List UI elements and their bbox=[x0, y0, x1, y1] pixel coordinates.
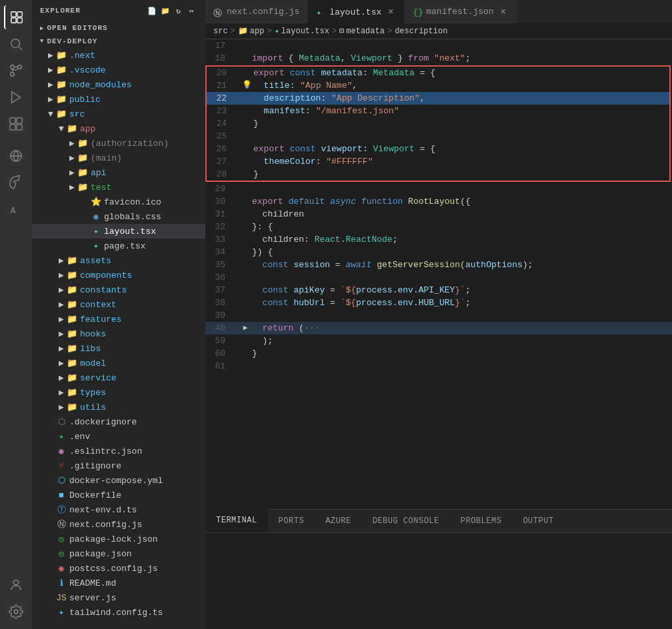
tree-item-app[interactable]: ▼ 📁 app bbox=[32, 121, 205, 136]
breadcrumb-layout-tsx[interactable]: ✦layout.tsx bbox=[275, 26, 329, 36]
tree-item-features[interactable]: ▶ 📁 features bbox=[32, 312, 205, 326]
run-debug-activity-icon[interactable] bbox=[4, 85, 28, 109]
tree-item-page-tsx[interactable]: ✦ page.tsx bbox=[32, 239, 205, 253]
svg-rect-0 bbox=[11, 12, 16, 17]
refresh-icon[interactable]: ↻ bbox=[173, 5, 184, 16]
svg-rect-13 bbox=[17, 125, 22, 130]
svg-point-16 bbox=[13, 580, 18, 585]
svg-rect-2 bbox=[11, 18, 16, 23]
tree-item-service[interactable]: ▶ 📁 service bbox=[32, 370, 205, 385]
terminal-tab-debug-console[interactable]: DEBUG CONSOLE bbox=[362, 509, 450, 532]
tab-manifest-json-label: manifest.json bbox=[426, 7, 493, 17]
new-file-icon[interactable]: 📄 bbox=[147, 5, 157, 16]
terminal-tab-terminal[interactable]: TERMINAL bbox=[205, 509, 268, 532]
search-activity-icon[interactable] bbox=[4, 32, 28, 56]
tree-item-assets[interactable]: ▶ 📁 assets bbox=[32, 253, 205, 268]
svg-rect-3 bbox=[17, 18, 22, 23]
settings-activity-icon[interactable] bbox=[4, 600, 28, 624]
sidebar-scroll[interactable]: ▶ OPEN EDITORS ▼ DEV-DEPLOY ▶ 📁 .next ▶ … bbox=[32, 21, 205, 629]
tree-item-next-env[interactable]: Ⓣ next-env.d.ts bbox=[32, 502, 205, 517]
extensions-activity-icon[interactable] bbox=[4, 112, 28, 136]
tree-item-dockerfile[interactable]: ■ Dockerfile bbox=[32, 488, 205, 502]
svg-point-4 bbox=[11, 39, 20, 48]
collapse-all-icon[interactable]: ↦ bbox=[187, 5, 197, 16]
tree-item-libs[interactable]: ▶ 📁 libs bbox=[32, 341, 205, 356]
tab-layout-tsx-label: layout.tsx bbox=[329, 7, 381, 17]
tree-item-model[interactable]: ▶ 📁 model bbox=[32, 356, 205, 370]
breadcrumb: src > 📁app > ✦layout.tsx > ⊡metadata > d… bbox=[205, 23, 672, 39]
manifest-json-close-btn[interactable]: × bbox=[498, 7, 509, 17]
terminal-content[interactable] bbox=[205, 533, 672, 629]
tree-item-env[interactable]: ✦ .env bbox=[32, 429, 205, 444]
tree-item-package-lock[interactable]: ◎ package-lock.json bbox=[32, 532, 205, 546]
tree-item-utils[interactable]: ▶ 📁 utils bbox=[32, 400, 205, 414]
code-line-23: 23 manifest: "/manifest.json" bbox=[207, 105, 669, 117]
dev-deploy-label: DEV-DEPLOY bbox=[47, 37, 97, 45]
tree-item-vscode[interactable]: ▶ 📁 .vscode bbox=[32, 63, 205, 77]
terminal-tab-ports[interactable]: PORTS bbox=[268, 509, 315, 532]
source-control-activity-icon[interactable] bbox=[4, 59, 28, 83]
leaf-activity-icon[interactable] bbox=[4, 171, 28, 195]
tab-layout-tsx[interactable]: ✦ layout.tsx × bbox=[308, 0, 405, 23]
tree-item-types[interactable]: ▶ 📁 types bbox=[32, 385, 205, 400]
code-line-20: 20 export const metadata: Metadata = { bbox=[207, 67, 669, 79]
tree-item-src[interactable]: ▼ 📁 src bbox=[32, 107, 205, 121]
breadcrumb-src[interactable]: src bbox=[213, 27, 228, 36]
breadcrumb-app[interactable]: 📁app bbox=[238, 26, 265, 36]
new-folder-icon[interactable]: 📁 bbox=[160, 5, 171, 16]
tree-item-hooks[interactable]: ▶ 📁 hooks bbox=[32, 326, 205, 341]
tree-item-postcss[interactable]: ◉ postcss.config.js bbox=[32, 561, 205, 576]
svg-point-7 bbox=[18, 65, 22, 69]
tree-item-dockerignore[interactable]: ⬡ .dockerignore bbox=[32, 414, 205, 429]
tree-item-eslintrc[interactable]: ◉ .eslintrc.json bbox=[32, 444, 205, 458]
code-line-24: 24 } bbox=[207, 117, 669, 130]
tree-item-docker-compose[interactable]: ⬡ docker-compose.yml bbox=[32, 473, 205, 488]
tree-item-gitignore[interactable]: ⑂ .gitignore bbox=[32, 458, 205, 473]
tree-item-public[interactable]: ▶ 📁 public bbox=[32, 92, 205, 107]
tree-item-readme[interactable]: ℹ README.md bbox=[32, 576, 205, 590]
layout-tsx-close-btn[interactable]: × bbox=[385, 7, 396, 17]
sidebar: EXPLORER 📄 📁 ↻ ↦ ▶ OPEN EDITORS ▼ DEV-DE… bbox=[32, 0, 205, 629]
tree-item-test[interactable]: ▶ 📁 test bbox=[32, 180, 205, 195]
tree-item-authorization[interactable]: ▶ 📁 (authorization) bbox=[32, 136, 205, 151]
breadcrumb-metadata[interactable]: ⊡metadata bbox=[339, 26, 385, 36]
code-line-31: 31 children bbox=[205, 208, 672, 221]
tab-next-config-label: next.config.js bbox=[227, 7, 299, 17]
tree-item-node-modules[interactable]: ▶ 📁 node_modules bbox=[32, 77, 205, 92]
svg-rect-10 bbox=[10, 118, 15, 123]
explorer-activity-icon[interactable] bbox=[4, 5, 28, 29]
tree-item-globals-css[interactable]: ◉ globals.css bbox=[32, 209, 205, 224]
code-editor[interactable]: 17 18 import { Metadata, Viewport } from… bbox=[205, 39, 672, 509]
code-line-22: 22 description: "App Description", bbox=[207, 92, 669, 105]
tree-item-context[interactable]: ▶ 📁 context bbox=[32, 297, 205, 312]
remote-explorer-activity-icon[interactable] bbox=[4, 144, 28, 168]
tree-item-package-json[interactable]: ◎ package.json bbox=[32, 546, 205, 561]
breadcrumb-description[interactable]: description bbox=[395, 27, 447, 36]
terminal-tab-azure[interactable]: AZURE bbox=[315, 509, 362, 532]
accounts-activity-icon[interactable] bbox=[4, 573, 28, 597]
tree-item-next[interactable]: ▶ 📁 .next bbox=[32, 48, 205, 63]
tree-item-favicon[interactable]: ⭐ favicon.ico bbox=[32, 195, 205, 209]
terminal-tab-output[interactable]: OUTPUT bbox=[512, 509, 564, 532]
tree-item-main[interactable]: ▶ 📁 (main) bbox=[32, 151, 205, 165]
terminal-tab-problems[interactable]: PROBLEMS bbox=[450, 509, 513, 532]
tree-item-server-js[interactable]: JS server.js bbox=[32, 590, 205, 605]
tree-item-components[interactable]: ▶ 📁 components bbox=[32, 268, 205, 283]
tree-item-layout-tsx[interactable]: ✦ layout.tsx bbox=[32, 224, 205, 239]
code-line-27: 27 themeColor: "#FFFFFF" bbox=[207, 155, 669, 168]
tab-next-config[interactable]: Ⓝ next.config.js bbox=[205, 0, 308, 23]
font-activity-icon[interactable]: A bbox=[4, 197, 28, 221]
breadcrumb-sep3: > bbox=[332, 27, 337, 36]
dev-deploy-section[interactable]: ▼ DEV-DEPLOY bbox=[32, 35, 205, 48]
tree-item-constants[interactable]: ▶ 📁 constants bbox=[32, 283, 205, 297]
tab-manifest-json[interactable]: {} manifest.json × bbox=[405, 0, 517, 23]
code-line-35: 35 const session = await getServerSessio… bbox=[205, 259, 672, 271]
sidebar-header: EXPLORER 📄 📁 ↻ ↦ bbox=[32, 0, 205, 21]
code-line-28: 28 } bbox=[207, 168, 669, 181]
tree-item-next-config[interactable]: Ⓝ next.config.js bbox=[32, 517, 205, 532]
open-editors-section[interactable]: ▶ OPEN EDITORS bbox=[32, 21, 205, 35]
tree-item-api[interactable]: ▶ 📁 api bbox=[32, 165, 205, 180]
code-line-25: 25 bbox=[207, 130, 669, 143]
tree-item-tailwind-config[interactable]: ✦ tailwind.config.ts bbox=[32, 605, 205, 620]
activity-bar: A bbox=[0, 0, 32, 629]
